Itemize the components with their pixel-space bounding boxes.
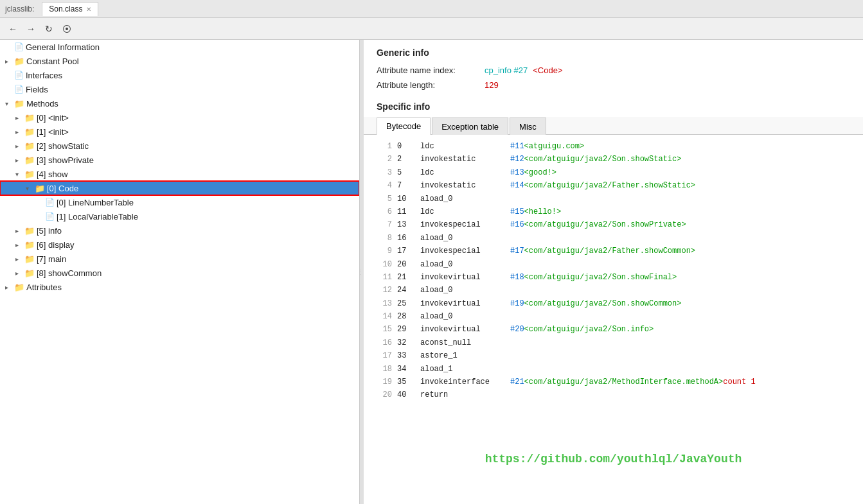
- bytecode-ref: #11: [510, 140, 524, 153]
- tree-item-constant-pool[interactable]: ▸📁Constant Pool: [0, 54, 359, 68]
- bytecode-opcode: ldc: [420, 205, 510, 218]
- bytecode-ref: #14: [510, 179, 524, 192]
- bytecode-row: 917invokespecial #17 <com/atguigu/java2/…: [377, 245, 850, 257]
- file-tab[interactable]: Son.class ✕: [42, 2, 98, 16]
- bytecode-opcode: aload_0: [420, 310, 510, 323]
- tree-item-methods-8-showCommon[interactable]: ▸📁[8] showCommon: [0, 266, 359, 280]
- bytecode-row: 1325invokevirtual #19 <com/atguigu/java2…: [377, 297, 850, 310]
- attribute-name-row: Attribute name index: cp_info #27 <Code>: [364, 63, 863, 78]
- bytecode-offset: 16: [397, 232, 415, 245]
- tree-item-methods-2-showStatic[interactable]: ▸📁[2] showStatic: [0, 139, 359, 153]
- bytecode-opcode: ldc: [420, 166, 510, 179]
- attribute-name-red: <Code>: [533, 65, 562, 75]
- bytecode-offset: 13: [397, 218, 415, 231]
- bytecode-ref: #12: [510, 153, 524, 166]
- bytecode-row: 35ldc #13 <good!>: [377, 166, 850, 179]
- tab-exception-table[interactable]: Exception table: [432, 117, 508, 135]
- bytecode-line-number: 20: [377, 388, 392, 401]
- folder-icon: 📁: [14, 282, 24, 292]
- file-icon: 📄: [14, 71, 24, 80]
- tree-item-localvar[interactable]: 📄[1] LocalVariableTable: [0, 209, 359, 223]
- tree-item-label: Fields: [26, 85, 48, 94]
- tree-item-methods-5-info[interactable]: ▸📁[5] info: [0, 223, 359, 238]
- folder-icon: 📁: [24, 254, 35, 264]
- tab-bytecode[interactable]: Bytecode: [377, 117, 431, 135]
- bytecode-comment: <com/atguigu/java2/Father.showStatic>: [524, 179, 695, 192]
- bytecode-row: 1121invokevirtual #18 <com/atguigu/java2…: [377, 271, 850, 284]
- tree-item-methods-0-init[interactable]: ▸📁[0] <init>: [0, 110, 359, 125]
- bytecode-line-number: 2: [377, 153, 392, 166]
- bytecode-line-number: 5: [377, 193, 392, 205]
- tree-arrow-icon: ▸: [15, 157, 24, 164]
- tree-item-methods-4-show[interactable]: ▾📁[4] show: [0, 167, 359, 181]
- bytecode-comment: <com/atguigu/java2/Son.showStatic>: [524, 153, 682, 166]
- tab-close-icon[interactable]: ✕: [86, 6, 91, 13]
- folder-icon: 📁: [24, 240, 35, 250]
- main-layout: 📄General Information▸📁Constant Pool 📄Int…: [0, 40, 863, 504]
- tree-item-methods-1-init[interactable]: ▸📁[1] <init>: [0, 125, 359, 139]
- tree-item-label: [2] showStatic: [37, 141, 89, 151]
- tree-item-fields[interactable]: 📄Fields: [0, 82, 359, 96]
- bytecode-line-number: 4: [377, 179, 392, 192]
- bytecode-offset: 33: [397, 349, 415, 362]
- file-icon: 📄: [45, 198, 55, 207]
- bytecode-ref: #21: [510, 376, 524, 388]
- tree-item-label: [3] showPrivate: [37, 155, 94, 165]
- bytecode-line-number: 13: [377, 297, 392, 310]
- home-button[interactable]: ⦿: [59, 21, 75, 37]
- bytecode-comment: <hello!>: [524, 205, 562, 218]
- forward-button[interactable]: →: [23, 21, 39, 37]
- tree-item-label: Constant Pool: [26, 56, 79, 66]
- tree-item-interfaces[interactable]: 📄Interfaces: [0, 68, 359, 82]
- bytecode-row: 1529invokevirtual #20 <com/atguigu/java2…: [377, 323, 850, 336]
- tree-arrow-icon: ▸: [15, 256, 24, 263]
- tabs-bar: BytecodeException tableMisc: [364, 117, 863, 135]
- attribute-length-value: 129: [485, 80, 499, 90]
- tree-item-linenumber[interactable]: 📄[0] LineNumberTable: [0, 195, 359, 209]
- watermark: https://github.com/youthlql/JavaYouth: [364, 453, 863, 465]
- attribute-name-label: Attribute name index:: [377, 65, 479, 75]
- file-icon: 📄: [45, 212, 55, 221]
- bytecode-comment: <atguigu.com>: [524, 140, 585, 153]
- bytecode-row: 2040return: [377, 388, 850, 401]
- tab-label: Son.class: [49, 4, 82, 13]
- bytecode-offset: 0: [397, 140, 415, 153]
- bytecode-row: 1428aload_0: [377, 310, 850, 323]
- bytecode-ref: #16: [510, 218, 524, 231]
- tree-item-general-info[interactable]: 📄General Information: [0, 40, 359, 54]
- generic-info-title: Generic info: [364, 40, 863, 63]
- bytecode-comment: <com/atguigu/java2/Son.info>: [524, 323, 654, 336]
- folder-icon: 📁: [24, 155, 35, 165]
- tree-item-methods-7-main[interactable]: ▸📁[7] main: [0, 252, 359, 266]
- folder-icon: 📁: [35, 184, 45, 193]
- tree-item-methods-4-show-0-code[interactable]: ▾📁[0] Code: [0, 181, 359, 195]
- left-panel: 📄General Information▸📁Constant Pool 📄Int…: [0, 40, 360, 504]
- tree-item-attributes[interactable]: ▸📁Attributes: [0, 280, 359, 294]
- bytecode-extra: count 1: [723, 376, 755, 388]
- tree-item-methods-6-display[interactable]: ▸📁[6] display: [0, 238, 359, 252]
- bytecode-offset: 40: [397, 388, 415, 401]
- bytecode-opcode: invokevirtual: [420, 297, 510, 310]
- refresh-button[interactable]: ↻: [41, 21, 57, 37]
- folder-icon: 📁: [14, 99, 24, 109]
- bytecode-opcode: invokespecial: [420, 218, 510, 231]
- bytecode-line-number: 11: [377, 271, 392, 284]
- bytecode-line-number: 1: [377, 140, 392, 153]
- tree-item-label: [0] <init>: [37, 113, 69, 123]
- tree-item-methods-3-showPrivate[interactable]: ▸📁[3] showPrivate: [0, 153, 359, 167]
- bytecode-comment: <com/atguigu/java2/Son.showFinal>: [524, 271, 677, 284]
- bytecode-ref: #13: [510, 166, 524, 179]
- bytecode-offset: 20: [397, 258, 415, 271]
- attribute-length-label: Attribute length:: [377, 80, 479, 90]
- bytecode-opcode: ldc: [420, 140, 510, 153]
- bytecode-opcode: invokespecial: [420, 245, 510, 257]
- tree-arrow-icon: ▾: [26, 185, 35, 192]
- tree-item-methods[interactable]: ▾📁Methods: [0, 96, 359, 110]
- bytecode-opcode: invokestatic: [420, 179, 510, 192]
- tab-misc[interactable]: Misc: [510, 117, 546, 135]
- back-button[interactable]: ←: [5, 21, 21, 37]
- bytecode-offset: 11: [397, 205, 415, 218]
- bytecode-offset: 34: [397, 363, 415, 376]
- tree-item-label: [0] LineNumberTable: [57, 198, 134, 207]
- tree-item-label: [5] info: [37, 226, 62, 236]
